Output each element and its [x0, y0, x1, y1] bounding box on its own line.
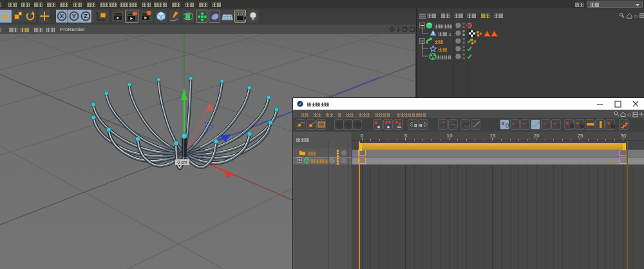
svg-text:X: X: [60, 12, 64, 19]
svg-text:0: 0: [419, 123, 422, 128]
svg-text:(): (): [557, 122, 561, 128]
svg-text:(): (): [506, 122, 509, 128]
svg-text:(): (): [547, 122, 551, 128]
svg-text:(): (): [526, 122, 530, 128]
svg-text:0 cm: 0 cm: [177, 160, 187, 164]
svg-text:0: 0: [414, 123, 417, 128]
svg-text:(): (): [516, 122, 520, 128]
svg-text:Z: Z: [84, 12, 88, 19]
svg-text:Y: Y: [71, 12, 76, 19]
